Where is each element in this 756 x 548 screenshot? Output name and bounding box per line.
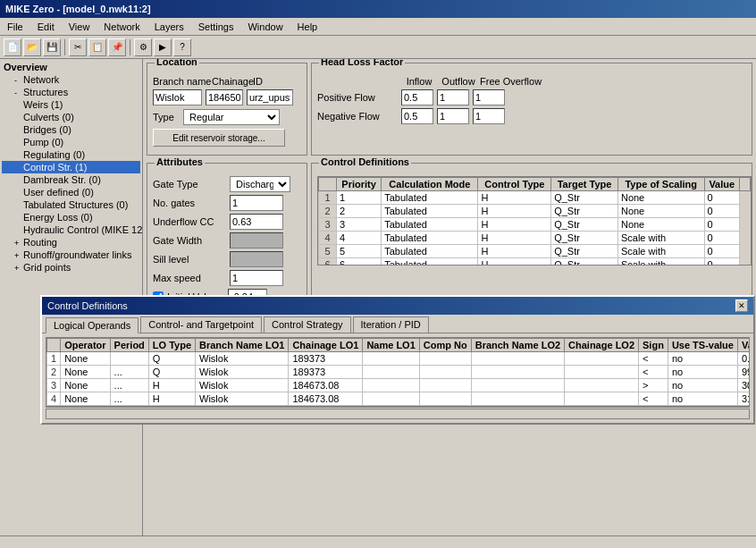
gate-width-input[interactable]: [230, 232, 283, 249]
list-item[interactable]: 1 None Q Wislok 189373 < no 0.000 ... Su…: [47, 352, 751, 366]
list-item[interactable]: 4 None ... H Wislok 184673.08 < no 319.8…: [47, 392, 751, 406]
toolbar-run[interactable]: ▶: [154, 38, 172, 56]
type-select[interactable]: Regular: [183, 109, 280, 125]
table-row[interactable]: 6 6 Tabulated H Q_Str Scale with 0: [319, 258, 751, 266]
id-input[interactable]: [247, 89, 293, 105]
dt-sign: <: [639, 352, 668, 366]
table-row[interactable]: 2 2 Tabulated H Q_Str None 0: [319, 205, 751, 218]
bottom-scrollbar[interactable]: [0, 535, 756, 548]
sill-level-input[interactable]: [230, 251, 283, 267]
toolbar-save[interactable]: 💾: [43, 38, 61, 56]
branch-name-input[interactable]: [153, 89, 202, 105]
menu-edit[interactable]: Edit: [34, 21, 58, 33]
ctrl-type-scaling: None: [617, 218, 704, 232]
menu-settings[interactable]: Settings: [195, 21, 238, 33]
dt-name-lo1: [363, 392, 419, 406]
toolbar-paste[interactable]: 📌: [108, 38, 126, 56]
dt-chainage-lo1: 189373: [289, 366, 363, 379]
toolbar: 📄 📂 💾 ✂ 📋 📌 ⚙ ▶ ?: [0, 36, 756, 59]
ctrl-type-scaling: Scale with: [617, 258, 704, 266]
table-row[interactable]: 5 5 Tabulated H Q_Str Scale with 0: [319, 245, 751, 258]
branch-name-label: Branch name: [153, 76, 208, 87]
list-item[interactable]: 3 None ... H Wislok 184673.08 > no 307.5…: [47, 379, 751, 392]
toolbar-help[interactable]: ?: [173, 38, 191, 56]
tree-pump[interactable]: Pump (0): [2, 136, 140, 148]
ctrl-control-type: H: [478, 205, 551, 218]
dt-sign: <: [639, 366, 668, 379]
gate-type-label: Gate Type: [153, 179, 226, 190]
neg-free-input[interactable]: [473, 108, 505, 124]
pos-free-input[interactable]: [473, 89, 505, 105]
tab-logical-operands[interactable]: Logical Operands: [46, 317, 139, 333]
toolbar-copy[interactable]: 📋: [88, 38, 106, 56]
tree-energy-loss[interactable]: Energy Loss (0): [2, 211, 140, 223]
tab-control-targetpoint[interactable]: Control- and Targetpoint: [140, 316, 262, 333]
dt-col-name-lo1: Name LO1: [363, 339, 419, 352]
pos-outflow-input[interactable]: [437, 89, 469, 105]
table-row[interactable]: 3 3 Tabulated H Q_Str None 0: [319, 218, 751, 232]
neg-inflow-input[interactable]: [401, 108, 433, 124]
max-speed-input[interactable]: [230, 270, 283, 286]
dt-use-ts: no: [668, 352, 737, 366]
chainage-input[interactable]: [206, 89, 243, 105]
underflow-cc-label: Underflow CC: [153, 216, 226, 227]
dt-lo-type: Q: [148, 366, 195, 379]
menu-network[interactable]: Network: [100, 21, 143, 33]
ctrl-type-scaling: Scale with: [617, 245, 704, 258]
dt-name-lo1: [363, 379, 419, 392]
tree-regulating[interactable]: Regulating (0): [2, 148, 140, 161]
menu-layers[interactable]: Layers: [151, 21, 188, 33]
tree-user-defined[interactable]: User defined (0): [2, 186, 140, 198]
tree-grid[interactable]: +Grid points: [2, 261, 140, 274]
tree-runoff[interactable]: +Runoff/groundwater links: [2, 249, 140, 261]
tree-culverts[interactable]: Culverts (0): [2, 111, 140, 123]
tree-control-str[interactable]: Control Str. (1): [2, 161, 140, 173]
ctrl-value: 0: [704, 218, 740, 232]
tree-routing[interactable]: +Routing: [2, 236, 140, 249]
expand-runoff: +: [14, 251, 23, 260]
dt-comp-no: [419, 366, 471, 379]
dt-comp-no: [419, 352, 471, 366]
neg-outflow-input[interactable]: [437, 108, 469, 124]
dt-value: 999.0: [737, 366, 750, 379]
gate-type-select[interactable]: Discharge: [230, 176, 290, 192]
tab-control-strategy[interactable]: Control Strategy: [264, 316, 350, 333]
ctrl-type-scaling: Scale with: [617, 232, 704, 245]
menu-help[interactable]: Help: [294, 21, 322, 33]
toolbar-settings[interactable]: ⚙: [134, 38, 152, 56]
table-row[interactable]: 4 4 Tabulated H Q_Str Scale with 0: [319, 232, 751, 245]
title-text: MIKE Zero - [model_0.nwk11:2]: [5, 4, 151, 14]
menu-window[interactable]: Window: [244, 21, 286, 33]
underflow-cc-input[interactable]: [230, 214, 283, 230]
list-item[interactable]: 2 None ... Q Wislok 189373 < no 999.0 ..…: [47, 366, 751, 379]
tree-hydraulic-ctrl[interactable]: Hydraulic Control (MIKE 12: [2, 223, 140, 236]
no-gates-input[interactable]: [230, 195, 283, 211]
dt-chainage-lo1: 189373: [289, 352, 363, 366]
edit-reservoir-btn[interactable]: Edit reservoir storage...: [153, 129, 285, 147]
tree-weirs[interactable]: Weirs (1): [2, 98, 140, 111]
toolbar-open[interactable]: 📂: [23, 38, 41, 56]
tree-bridges[interactable]: Bridges (0): [2, 123, 140, 136]
dt-col-comp-no: Comp No: [419, 339, 471, 352]
menu-view[interactable]: View: [65, 21, 94, 33]
ctrl-priority: 6: [337, 258, 382, 266]
toolbar-cut[interactable]: ✂: [69, 38, 87, 56]
expand-grid: +: [14, 264, 23, 273]
toolbar-sep2: [130, 39, 130, 55]
dt-branch-lo1: Wislok: [196, 366, 289, 379]
pos-inflow-input[interactable]: [401, 89, 433, 105]
toolbar-new[interactable]: 📄: [4, 38, 21, 56]
dialog-close-btn[interactable]: ✕: [735, 299, 748, 312]
dt-branch-lo2: [471, 352, 564, 366]
tree-dambreak[interactable]: Dambreak Str. (0): [2, 173, 140, 186]
menu-file[interactable]: File: [4, 21, 27, 33]
table-row[interactable]: 1 1 Tabulated H Q_Str None 0: [319, 191, 751, 205]
tree-network[interactable]: -Network: [2, 73, 140, 86]
ctrl-value: 0: [704, 258, 740, 266]
location-group: Location Branch name Chainage ID Type: [147, 63, 307, 156]
dt-chainage-lo2: [565, 379, 639, 392]
tree-structures[interactable]: -Structures: [2, 86, 140, 98]
h-scrollbar[interactable]: [46, 407, 750, 419]
tab-iteration-pid[interactable]: Iteration / PID: [353, 316, 429, 333]
tree-tabulated[interactable]: Tabulated Structures (0): [2, 198, 140, 211]
